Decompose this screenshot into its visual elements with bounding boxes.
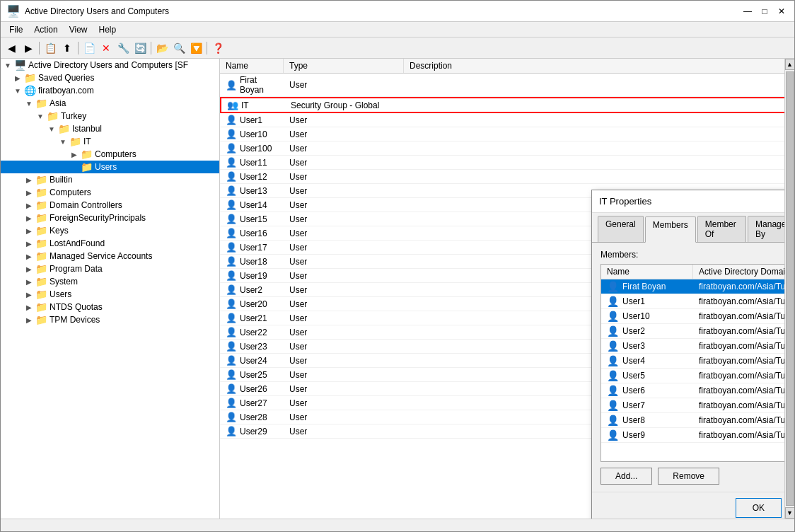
forward-button[interactable]: ▶ (21, 40, 36, 56)
list-row-user10[interactable]: 👤 User10 User (220, 127, 794, 141)
menu-action[interactable]: Action (28, 23, 63, 36)
close-button[interactable]: ✕ (774, 4, 789, 18)
tree-root[interactable]: ▼ 🖥️ Active Directory Users and Computer… (1, 59, 219, 71)
tree-it[interactable]: ▼ 📁 IT (1, 135, 219, 148)
member-row-user4[interactable]: 👤 User4 firatboyan.com/Asia/Turkey/Istan… (601, 354, 794, 369)
toggle-fsp[interactable]: ▶ (23, 214, 35, 222)
tree-turkey[interactable]: ▼ 📁 Turkey (1, 110, 219, 122)
cell-name-user27: 👤 User27 (220, 396, 284, 410)
toggle-sys[interactable]: ▶ (23, 278, 35, 286)
list-row-user1[interactable]: 👤 User1 User (220, 113, 794, 127)
member-row-user3[interactable]: 👤 User3 firatboyan.com/Asia/Turkey/Istan… (601, 339, 794, 354)
toggle-ntds[interactable]: ▶ (23, 303, 35, 311)
tree-system[interactable]: ▶ 📁 System (1, 275, 219, 288)
ok-button[interactable]: OK (736, 498, 782, 518)
tree-domain-controllers[interactable]: ▶ 📁 Domain Controllers (1, 199, 219, 212)
tree-progdata[interactable]: ▶ 📁 Program Data (1, 262, 219, 275)
tree-asia[interactable]: ▼ 📁 Asia (1, 97, 219, 110)
up-button[interactable]: ⬆ (59, 40, 75, 56)
new-button[interactable]: 📄 (81, 40, 97, 56)
list-row-user100[interactable]: 👤 User100 User (220, 141, 794, 156)
member-row-user5[interactable]: 👤 User5 firatboyan.com/Asia/Turkey/Istan… (601, 369, 794, 383)
member-row-user2[interactable]: 👤 User2 firatboyan.com/Asia/Turkey/Istan… (601, 324, 794, 339)
member-row-user7[interactable]: 👤 User7 firatboyan.com/Asia/Turkey/Istan… (601, 398, 794, 413)
toggle-comp-it[interactable]: ▶ (69, 151, 80, 158)
toggle-users-root[interactable]: ▶ (23, 291, 35, 299)
list-row-it[interactable]: 👥 IT Security Group - Global (220, 97, 794, 113)
col-header-desc[interactable]: Description (404, 59, 794, 73)
member-row-user10[interactable]: 👤 User10 firatboyan.com/Asia/Turkey/Ista… (601, 309, 794, 324)
member-row-user8[interactable]: 👤 User8 firatboyan.com/Asia/Turkey/Istan… (601, 413, 794, 428)
help-button[interactable]: ❓ (210, 40, 226, 56)
tree-builtin[interactable]: ▶ 📁 Builtin (1, 173, 219, 186)
list-row-user11[interactable]: 👤 User11 User (220, 156, 794, 170)
tab-member-of[interactable]: Member Of (697, 216, 746, 242)
scrollbar-thumb[interactable] (786, 71, 794, 506)
member-row-user1[interactable]: 👤 User1 firatboyan.com/Asia/Turkey/Istan… (601, 294, 794, 309)
toggle-it[interactable]: ▼ (57, 138, 69, 146)
add-button[interactable]: Add... (600, 468, 652, 485)
member-row-user6[interactable]: 👤 User6 firatboyan.com/Asia/Turkey/Istan… (601, 383, 794, 398)
builtin-icon: 📁 (35, 175, 47, 185)
tree-tpm[interactable]: ▶ 📁 TPM Devices (1, 313, 219, 326)
menu-file[interactable]: File (4, 23, 28, 36)
list-row-firatboyan[interactable]: 👤 Firat Boyan User (220, 74, 794, 97)
scrollbar-right[interactable]: ▲ ▼ (784, 59, 794, 519)
cell-name-user25: 👤 User25 (220, 368, 284, 381)
tree-ntds[interactable]: ▶ 📁 NTDS Quotas (1, 301, 219, 313)
toggle-dc[interactable]: ▶ (23, 202, 35, 209)
toggle-comp-root[interactable]: ▶ (23, 189, 35, 197)
tree-laf[interactable]: ▶ 📁 LostAndFound (1, 237, 219, 250)
delete-button[interactable]: ✕ (98, 40, 114, 56)
tree-istanbul[interactable]: ▼ 📁 Istanbul (1, 122, 219, 135)
tree-computers-root[interactable]: ▶ 📁 Computers (1, 186, 219, 199)
menu-help[interactable]: Help (93, 23, 122, 36)
toggle-sq[interactable]: ▶ (12, 74, 23, 82)
scrollbar-up-button[interactable]: ▲ (785, 59, 795, 70)
move-to-button[interactable]: 📂 (154, 40, 170, 56)
member-row-user9[interactable]: 👤 User9 firatboyan.com/Asia/Turkey/Istan… (601, 428, 794, 443)
toggle-root[interactable]: ▼ (2, 62, 13, 69)
scrollbar-down-button[interactable]: ▼ (785, 507, 795, 519)
remove-button[interactable]: Remove (658, 468, 719, 485)
tree-keys[interactable]: ▶ 📁 Keys (1, 224, 219, 237)
toggle-fb[interactable]: ▼ (12, 87, 23, 95)
tree-msa[interactable]: ▶ 📁 Managed Service Accounts (1, 250, 219, 262)
toggle-msa[interactable]: ▶ (23, 253, 35, 260)
col-header-type[interactable]: Type (284, 59, 404, 73)
toggle-laf[interactable]: ▶ (23, 240, 35, 248)
tree-users-root[interactable]: ▶ 📁 Users (1, 288, 219, 301)
toggle-asia[interactable]: ▼ (23, 100, 35, 108)
toggle-users-it[interactable] (69, 163, 80, 171)
tab-general[interactable]: General (598, 216, 644, 242)
member-folder-user3: firatboyan.com/Asia/Turkey/Istanbul/IT/U… (693, 340, 794, 352)
member-row-firat-boyan[interactable]: 👤 Firat Boyan firatboyan.com/Asia/Turkey… (601, 279, 794, 294)
toggle-pd[interactable]: ▶ (23, 265, 35, 273)
tree-users-it[interactable]: 📁 Users (1, 161, 219, 173)
toggle-keys[interactable]: ▶ (23, 227, 35, 235)
tree-saved-queries[interactable]: ▶ 📁 Saved Queries (1, 71, 219, 84)
properties-button[interactable]: 🔧 (115, 40, 131, 56)
minimize-button[interactable]: — (741, 4, 755, 18)
members-col-folder[interactable]: Active Directory Domain Services Folder (693, 265, 794, 279)
tree-firatboyan[interactable]: ▼ 🌐 firatboyan.com (1, 84, 219, 97)
menu-view[interactable]: View (64, 23, 93, 36)
list-row-user12[interactable]: 👤 User12 User (220, 170, 794, 184)
turkey-icon: 📁 (46, 111, 59, 121)
toggle-istanbul[interactable]: ▼ (46, 125, 57, 133)
show-tree-button[interactable]: 📋 (42, 40, 58, 56)
member-folder-user9: firatboyan.com/Asia/Turkey/Istanbul/IT/U… (693, 429, 794, 441)
col-header-name[interactable]: Name (220, 59, 284, 73)
toggle-turkey[interactable]: ▼ (35, 112, 46, 120)
refresh-button[interactable]: 🔄 (132, 40, 148, 56)
back-button[interactable]: ◀ (4, 40, 19, 56)
tree-fsp[interactable]: ▶ 📁 ForeignSecurityPrincipals (1, 212, 219, 224)
maximize-button[interactable]: □ (758, 4, 772, 18)
toggle-tpm[interactable]: ▶ (23, 316, 35, 324)
tab-members[interactable]: Members (645, 216, 696, 243)
members-col-name[interactable]: Name (601, 265, 693, 279)
filter-button[interactable]: 🔽 (188, 40, 204, 56)
toggle-builtin[interactable]: ▶ (23, 176, 35, 184)
find-button[interactable]: 🔍 (171, 40, 187, 56)
tree-computers-it[interactable]: ▶ 📁 Computers (1, 148, 219, 161)
